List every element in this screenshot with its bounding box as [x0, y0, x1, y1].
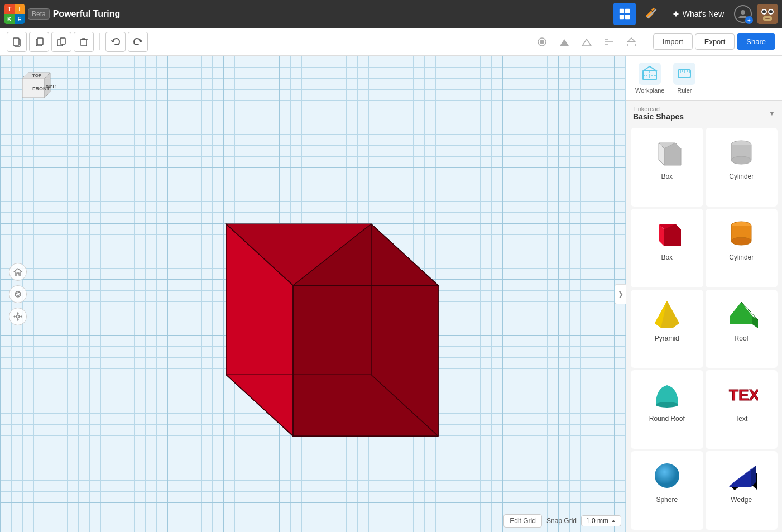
shape-roof-label: Roof	[735, 334, 749, 342]
svg-marker-7	[673, 11, 679, 17]
user-account-button[interactable]: +	[733, 4, 753, 24]
view-home-button[interactable]	[532, 32, 552, 52]
shape-cylinder-gray[interactable]: Cylinder	[706, 128, 778, 207]
logo-i: I	[15, 4, 25, 14]
home-view-icon	[536, 36, 548, 48]
shape-cylinder-orange[interactable]: Cylinder	[706, 209, 778, 287]
workplane-icon	[639, 63, 661, 85]
shape-round-roof[interactable]: Round Roof	[631, 370, 703, 449]
orbit-icon	[13, 290, 22, 299]
view-grid-button[interactable]	[599, 32, 619, 52]
svg-text:TOP: TOP	[32, 73, 42, 78]
svg-rect-2	[620, 15, 624, 19]
shape-round-roof-label: Round Roof	[649, 415, 685, 423]
shape-box-gray-label: Box	[661, 172, 673, 180]
add-user-badge: +	[745, 16, 753, 24]
redo-button[interactable]	[128, 32, 148, 52]
snap-grid-label: Snap Grid	[546, 517, 577, 525]
shape-pyramid[interactable]: Pyramid	[631, 290, 703, 368]
shape-text-icon: TEXT	[723, 376, 759, 411]
paste-button[interactable]	[7, 32, 27, 52]
copy-button[interactable]	[29, 32, 49, 52]
main-content: FRONT RIGHT TOP	[0, 56, 782, 532]
3d-cube[interactable]	[153, 162, 444, 455]
svg-point-8	[741, 10, 745, 15]
whats-new-label: What's New	[683, 9, 724, 18]
logo-k: K	[4, 14, 15, 24]
chevron-up-icon	[611, 518, 616, 524]
collapse-panel-arrow[interactable]: ❯	[615, 284, 626, 304]
svg-marker-31	[627, 38, 635, 42]
svg-rect-19	[37, 38, 43, 45]
share-button[interactable]: Share	[737, 33, 775, 50]
panel-collapse-arrow[interactable]: ▼	[769, 109, 775, 117]
shape-text-label: Text	[735, 415, 747, 423]
viewport[interactable]: FRONT RIGHT TOP	[0, 56, 626, 532]
ruler-tool[interactable]: Ruler	[673, 63, 695, 94]
svg-rect-15	[765, 18, 770, 19]
svg-marker-89	[730, 302, 752, 324]
svg-rect-9	[757, 4, 778, 24]
design-button[interactable]	[640, 3, 663, 25]
shape-text[interactable]: TEXT Text	[706, 370, 778, 449]
grid-view-button[interactable]	[613, 3, 636, 25]
trash-icon	[79, 37, 89, 47]
import-button[interactable]: Import	[653, 33, 693, 50]
shape-wedge-icon	[723, 457, 759, 492]
svg-point-24	[540, 40, 544, 44]
svg-point-12	[762, 10, 766, 13]
avatar-icon	[757, 4, 778, 24]
orbit-button[interactable]	[9, 285, 27, 303]
undo-icon	[111, 37, 121, 47]
shape-cylinder-orange-label: Cylinder	[729, 253, 754, 261]
shape-box-gray[interactable]: Box	[631, 128, 703, 207]
duplicate-button[interactable]	[51, 32, 71, 52]
reset-view-button[interactable]	[9, 263, 27, 281]
hammer-icon	[644, 6, 659, 22]
separator	[99, 33, 100, 50]
shape-round-roof-icon	[649, 376, 685, 411]
view-measure-button[interactable]	[621, 32, 641, 52]
beta-badge: Beta	[28, 8, 50, 20]
project-title[interactable]: Powerful Turing	[53, 9, 121, 19]
avatar-button[interactable]	[757, 4, 778, 24]
edit-grid-button[interactable]: Edit Grid	[503, 514, 542, 528]
snap-grid-value[interactable]: 1.0 mm	[581, 515, 621, 526]
nav-cube-svg: FRONT RIGHT TOP	[11, 67, 56, 112]
whats-new-button[interactable]: What's New	[667, 7, 728, 21]
workplane-svg	[641, 65, 658, 82]
svg-point-94	[655, 463, 679, 488]
shape-roof[interactable]: Roof	[706, 290, 778, 368]
logo-grid: T I K E	[4, 4, 25, 24]
undo-button[interactable]	[105, 32, 126, 52]
export-button[interactable]: Export	[695, 33, 735, 50]
view-outline-button[interactable]	[577, 32, 597, 52]
view-flat-button[interactable]	[554, 32, 574, 52]
svg-point-55	[17, 315, 20, 318]
shape-cylinder-orange-icon	[723, 214, 759, 250]
svg-rect-22	[81, 40, 87, 46]
svg-text:TEXT: TEXT	[729, 386, 758, 404]
duplicate-icon	[56, 37, 66, 47]
sparkle-icon	[671, 9, 680, 18]
align-icon	[603, 36, 615, 48]
shape-sphere[interactable]: Sphere	[631, 451, 703, 530]
shape-box-red-label: Box	[661, 253, 673, 261]
grid-icon	[618, 8, 631, 20]
redo-icon	[133, 37, 143, 47]
shape-wedge[interactable]: Wedge	[706, 451, 778, 530]
panel-header: Tinkercad Basic Shapes ▼	[626, 101, 782, 126]
workplane-tool[interactable]: Workplane	[635, 63, 664, 94]
ruler-label: Ruler	[677, 87, 692, 94]
orientation-cube[interactable]: FRONT RIGHT TOP	[11, 67, 56, 112]
move-button[interactable]	[9, 308, 27, 325]
svg-marker-90	[752, 316, 758, 328]
logo: T I K E Beta Powerful Turing	[4, 4, 120, 24]
delete-button[interactable]	[74, 32, 94, 52]
shape-sphere-label: Sphere	[656, 496, 678, 504]
shape-box-red-icon	[649, 214, 685, 250]
move-icon	[13, 312, 22, 321]
view-controls	[9, 263, 27, 325]
separator2	[647, 33, 647, 50]
shape-box-red[interactable]: Box	[631, 209, 703, 287]
